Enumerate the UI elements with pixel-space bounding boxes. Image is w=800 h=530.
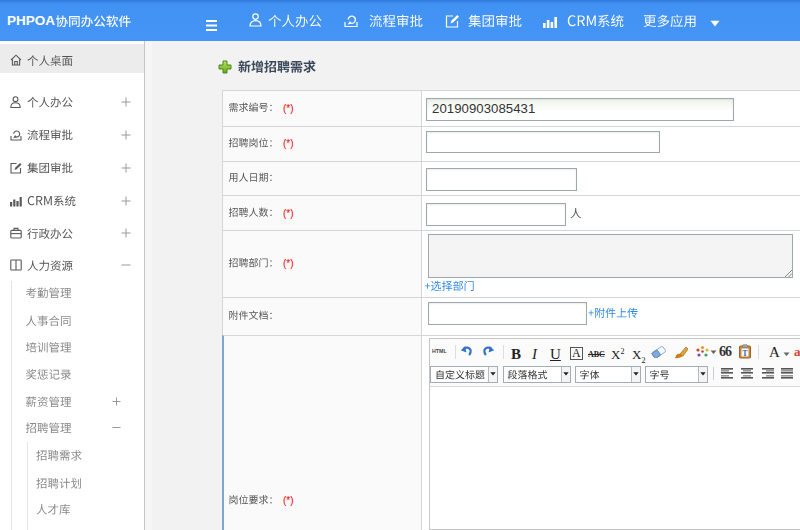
svg-text:T: T <box>742 349 748 358</box>
